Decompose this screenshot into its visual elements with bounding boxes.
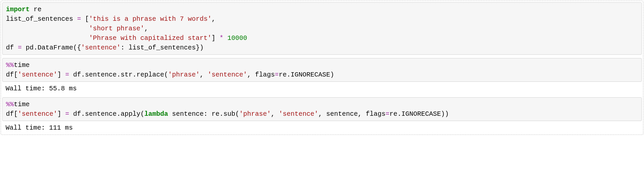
code-token: 'phrase' [168, 71, 200, 78]
code-token: 'Phrase with capitalized start' [89, 34, 211, 42]
code-token: . [397, 110, 401, 118]
code-token: sentence: re [168, 110, 219, 118]
code-token: : list_of_sentences}) [121, 44, 204, 51]
code-token: = [65, 110, 69, 118]
code-token: , sentence, flags [318, 110, 385, 118]
code-token: ] [211, 34, 219, 42]
code-token: %% [6, 101, 14, 108]
code-token: import [6, 6, 30, 13]
code-token [6, 34, 89, 42]
code-token: df[ [6, 71, 18, 78]
code-token: sentence [85, 110, 117, 118]
code-input[interactable]: %%time df['sentence'] = df.sentence.appl… [2, 97, 642, 121]
code-token: . [132, 71, 136, 78]
code-token: . [117, 71, 121, 78]
notebook-cell: import re list_of_sentences = ['this is … [2, 2, 642, 55]
code-token [6, 25, 89, 32]
code-token: ] [57, 110, 65, 118]
code-token: = [18, 44, 22, 51]
code-token: time [14, 61, 30, 69]
code-input[interactable]: %%time df['sentence'] = df.sentence.str.… [2, 58, 642, 82]
code-token: . [81, 71, 85, 78]
code-token: . [34, 44, 38, 51]
code-token: list_of_sentences [6, 15, 77, 23]
notebook-cell: %%time df['sentence'] = df.sentence.str.… [2, 58, 642, 94]
code-token: lambda [144, 110, 168, 118]
code-token: re [279, 71, 287, 78]
code-token: 'phrase' [239, 110, 271, 118]
code-token: ] [57, 71, 65, 78]
code-token: %% [6, 61, 14, 69]
code-output: Wall time: 55.8 ms [2, 82, 642, 94]
code-token: 'sentence' [279, 110, 318, 118]
code-token: . [117, 110, 121, 118]
code-token: 'this is a phrase with 7 words' [89, 15, 211, 23]
code-token: , [271, 110, 279, 118]
code-token: * [219, 34, 223, 42]
code-token: 'short phrase' [89, 25, 144, 32]
code-token: re [389, 110, 397, 118]
code-token: pd [22, 44, 34, 51]
code-token: , [211, 15, 215, 23]
notebook-container: import re list_of_sentences = ['this is … [1, 1, 643, 135]
code-token: replace( [136, 71, 168, 78]
code-token: 'sentence' [208, 71, 247, 78]
code-token: = [77, 15, 81, 23]
code-token: = [385, 110, 389, 118]
code-token: , [200, 71, 208, 78]
code-token: DataFrame({ [38, 44, 81, 51]
code-output: Wall time: 111 ms [2, 121, 642, 133]
code-token: . [287, 71, 291, 78]
code-token: IGNORECASE) [291, 71, 334, 78]
code-token: . [81, 110, 85, 118]
code-token [223, 34, 227, 42]
notebook-cell: %%time df['sentence'] = df.sentence.appl… [2, 97, 642, 133]
code-token: df [69, 110, 81, 118]
code-input[interactable]: import re list_of_sentences = ['this is … [2, 2, 642, 55]
code-token: str [121, 71, 132, 78]
code-token: df [69, 71, 81, 78]
code-token: , [144, 25, 148, 32]
code-token: , flags [247, 71, 275, 78]
code-token: 'sentence' [18, 110, 57, 118]
code-token: apply( [121, 110, 144, 118]
code-token: sub( [223, 110, 239, 118]
code-token: re [30, 6, 42, 13]
code-token: time [14, 101, 30, 108]
code-token: 'sentence' [81, 44, 121, 51]
code-token: df [6, 44, 18, 51]
code-token: [ [81, 15, 89, 23]
code-token: 10000 [227, 34, 247, 42]
code-token: = [65, 71, 69, 78]
code-token: = [275, 71, 279, 78]
code-token: . [219, 110, 223, 118]
code-token: df[ [6, 110, 18, 118]
code-token: IGNORECASE)) [401, 110, 449, 118]
code-token: 'sentence' [18, 71, 57, 78]
code-token: sentence [85, 71, 117, 78]
